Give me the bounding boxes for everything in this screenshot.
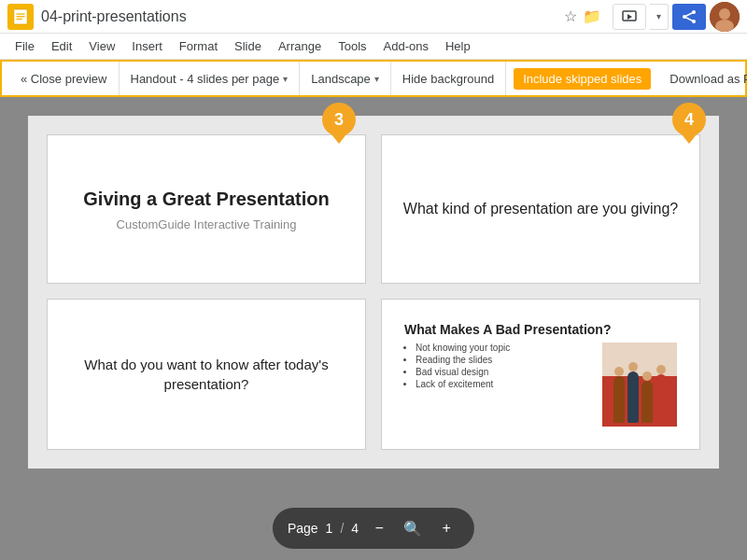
svg-rect-4 bbox=[17, 18, 22, 19]
list-item: Not knowing your topic bbox=[416, 343, 595, 353]
search-zoom-button[interactable]: 🔍 bbox=[400, 515, 426, 541]
list-item: Bad visual design bbox=[416, 367, 595, 377]
print-area: Giving a Great Presentation CustomGuide … bbox=[28, 116, 719, 469]
slide-card-2: What kind of presentation are you giving… bbox=[381, 134, 700, 284]
handout-button[interactable]: Handout - 4 slides per page ▾ bbox=[120, 62, 301, 95]
menu-file[interactable]: File bbox=[7, 37, 42, 55]
svg-line-10 bbox=[684, 12, 694, 17]
list-item: Reading the slides bbox=[416, 355, 595, 365]
app-icon bbox=[7, 4, 34, 30]
person-figure bbox=[655, 374, 667, 423]
slide4-image-inner bbox=[602, 343, 677, 427]
title-bar: 04-print-presentations ☆ 📁 ▾ bbox=[0, 0, 747, 34]
main-content: 3 4 Giving a Great Presentation CustomGu… bbox=[0, 97, 747, 560]
current-page: 1 bbox=[326, 521, 333, 536]
menu-help[interactable]: Help bbox=[438, 37, 478, 55]
zoom-in-button[interactable]: + bbox=[433, 515, 459, 541]
svg-rect-3 bbox=[17, 16, 25, 17]
landscape-chevron: ▾ bbox=[374, 74, 379, 84]
callout-bubble-3: 3 bbox=[322, 103, 356, 136]
menu-tools[interactable]: Tools bbox=[331, 37, 374, 55]
slide4-list: Not knowing your topic Reading the slide… bbox=[404, 343, 595, 391]
list-item: Lack of excitement bbox=[416, 379, 595, 389]
hide-background-button[interactable]: Hide background bbox=[391, 62, 506, 95]
slide4-body: Not knowing your topic Reading the slide… bbox=[404, 343, 677, 427]
profile-avatar[interactable] bbox=[710, 2, 740, 32]
slide4-content: What Makes A Bad Presentation? Not knowi… bbox=[397, 315, 684, 434]
menu-view[interactable]: View bbox=[81, 37, 122, 55]
svg-line-11 bbox=[684, 17, 694, 21]
page-navigation: Page 1 / 4 − 🔍 + bbox=[273, 508, 474, 549]
slide-card-1: Giving a Great Presentation CustomGuide … bbox=[47, 134, 366, 284]
slide3-question: What do you want to know after today's p… bbox=[63, 355, 350, 394]
svg-point-13 bbox=[719, 8, 730, 20]
menu-edit[interactable]: Edit bbox=[44, 37, 79, 55]
star-icon[interactable]: ☆ bbox=[564, 7, 577, 25]
slide2-question: What kind of presentation are you giving… bbox=[403, 199, 678, 219]
menu-arrange[interactable]: Arrange bbox=[271, 37, 329, 55]
slide4-image bbox=[602, 343, 677, 427]
slide1-title: Giving a Great Presentation bbox=[83, 188, 329, 210]
download-pdf-button[interactable]: Download as PDF bbox=[658, 62, 747, 95]
page-label: Page bbox=[288, 521, 318, 536]
landscape-button[interactable]: Landscape ▾ bbox=[300, 62, 391, 95]
slide1-subtitle: CustomGuide Interactive Training bbox=[117, 217, 297, 231]
slide-card-3: What do you want to know after today's p… bbox=[47, 299, 366, 450]
page-separator: / bbox=[340, 521, 344, 536]
present-dropdown[interactable]: ▾ bbox=[650, 4, 669, 30]
close-preview-button[interactable]: « Close preview bbox=[9, 62, 120, 95]
handout-chevron: ▾ bbox=[283, 74, 288, 84]
folder-icon[interactable]: 📁 bbox=[583, 7, 601, 25]
share-button[interactable] bbox=[672, 4, 706, 30]
total-pages: 4 bbox=[351, 521, 359, 536]
person-figure bbox=[627, 371, 639, 423]
present-button[interactable] bbox=[613, 4, 646, 30]
menu-slide[interactable]: Slide bbox=[227, 37, 269, 55]
document-title: 04-print-presentations bbox=[41, 8, 564, 25]
slide4-title: What Makes A Bad Presentation? bbox=[404, 322, 677, 337]
menu-format[interactable]: Format bbox=[172, 37, 225, 55]
slide-card-4: What Makes A Bad Presentation? Not knowi… bbox=[381, 299, 700, 450]
include-skipped-button[interactable]: Include skipped slides bbox=[514, 68, 651, 90]
person-figure bbox=[641, 381, 653, 423]
svg-rect-2 bbox=[17, 13, 25, 14]
svg-marker-6 bbox=[627, 14, 632, 20]
menu-bar: File Edit View Insert Format Slide Arran… bbox=[0, 34, 747, 60]
menu-addons[interactable]: Add-ons bbox=[376, 37, 436, 55]
print-toolbar: « Close preview Handout - 4 slides per p… bbox=[0, 60, 747, 97]
person-figure bbox=[613, 376, 625, 423]
callout-bubble-4: 4 bbox=[672, 103, 706, 136]
zoom-out-button[interactable]: − bbox=[366, 515, 392, 541]
menu-insert[interactable]: Insert bbox=[124, 37, 170, 55]
